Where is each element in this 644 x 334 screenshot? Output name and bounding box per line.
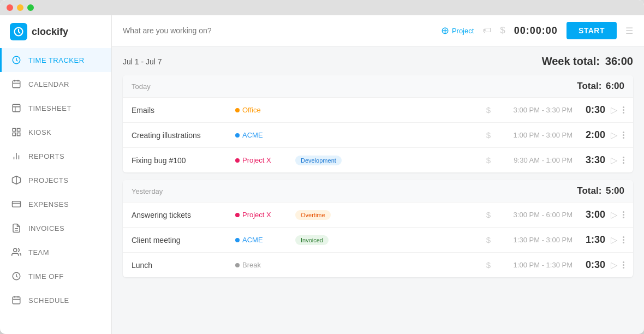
sidebar: clockify TIME TRACKER CALENDAR [0, 0, 112, 334]
nav-label-time-tracker: TIME TRACKER [28, 56, 85, 64]
project-label: Project [452, 27, 474, 35]
play-icon[interactable]: ▷ [611, 155, 617, 165]
table-row: Fixing bug #100 Project X Development $ … [123, 148, 633, 172]
entry-duration: 2:00 [578, 129, 605, 141]
sidebar-item-reports[interactable]: REPORTS [0, 144, 111, 168]
billing-icon[interactable]: $ [486, 210, 491, 219]
play-icon[interactable]: ▷ [611, 105, 617, 115]
project-dot [235, 213, 240, 217]
more-icon[interactable] [623, 106, 624, 114]
plus-circle-icon: ⊕ [441, 25, 449, 37]
entry-title: Fixing bug #100 [132, 156, 230, 165]
time-off-icon [11, 271, 22, 282]
week-total-area: Week total: 36:00 [539, 55, 633, 68]
entry-title: Client meeting [132, 236, 230, 244]
nav-label-kiosk: KIOSK [28, 128, 51, 136]
week-header: Jul 1 - Jul 7 Week total: 36:00 [123, 55, 633, 68]
project-dot [235, 263, 240, 267]
svg-rect-4 [13, 128, 15, 131]
nav-label-time-off: TIME OFF [28, 272, 64, 281]
close-button[interactable] [7, 4, 13, 11]
sidebar-item-expenses[interactable]: EXPENSES [0, 192, 111, 216]
nav-label-schedule: SCHEDULE [28, 296, 69, 305]
day-header-yesterday: Yesterday Total: 5:00 [123, 180, 633, 202]
play-icon[interactable]: ▷ [611, 260, 617, 270]
project-dot [235, 158, 240, 163]
logo-area: clockify [0, 15, 111, 48]
entry-time-range: 1:00 PM - 1:30 PM [496, 261, 573, 269]
billing-icon[interactable]: $ [486, 105, 491, 115]
list-icon[interactable]: ☰ [625, 26, 633, 36]
billing-icon[interactable]: $ [486, 130, 491, 140]
nav-label-invoices: INVOICES [28, 224, 64, 232]
play-icon[interactable]: ▷ [611, 130, 617, 140]
entry-duration: 0:30 [578, 259, 605, 271]
table-row: Client meeting ACME Invoiced $ 1:30 PM -… [123, 228, 633, 253]
sidebar-item-team[interactable]: TEAM [0, 240, 111, 264]
day-header-today: Today Total: 6:00 [123, 75, 633, 98]
search-input[interactable] [123, 26, 434, 35]
table-row: Answering tickets Project X Overtime $ 3… [123, 202, 633, 228]
billing-icon[interactable]: $ [486, 156, 491, 165]
minimize-button[interactable] [17, 4, 23, 11]
tag-icon[interactable]: 🏷 [482, 26, 491, 35]
more-icon[interactable] [623, 236, 624, 243]
more-icon[interactable] [623, 132, 624, 139]
day-label-yesterday: Yesterday [132, 187, 163, 195]
top-bar: ⊕ Project 🏷 $ 00:00:00 START ☰ [112, 15, 644, 46]
svg-rect-5 [17, 128, 20, 131]
entry-duration: 1:30 [578, 234, 605, 246]
svg-rect-3 [13, 104, 20, 112]
sidebar-item-time-tracker[interactable]: TIME TRACKER [0, 48, 111, 72]
entry-duration: 3:30 [578, 154, 605, 166]
entry-duration: 3:00 [578, 209, 605, 220]
entry-tag: Overtime [295, 210, 331, 220]
more-icon[interactable] [623, 261, 624, 269]
entry-project: ACME [235, 131, 290, 139]
entry-title: Emails [132, 106, 230, 115]
project-dot [235, 238, 240, 242]
calendar-icon [11, 79, 22, 90]
sidebar-item-invoices[interactable]: INVOICES [0, 216, 111, 240]
billing-icon[interactable]: $ [486, 235, 491, 244]
play-icon[interactable]: ▷ [611, 235, 617, 245]
day-section-today: Today Total: 6:00 Emails Office $ 3:00 [123, 75, 633, 172]
billing-icon[interactable]: $ [486, 260, 491, 270]
sidebar-item-calendar[interactable]: CALENDAR [0, 72, 111, 96]
entry-title: Lunch [132, 261, 230, 270]
sidebar-item-projects[interactable]: PROJECTS [0, 168, 111, 192]
entry-project: ACME [235, 236, 290, 244]
title-bar [0, 0, 644, 15]
sidebar-item-schedule[interactable]: SCHEDULE [0, 288, 111, 312]
entry-time-range: 9:30 AM - 1:00 PM [496, 156, 573, 164]
entry-project: Office [235, 106, 290, 114]
entry-project: Break [235, 261, 290, 269]
sidebar-item-time-off[interactable]: TIME OFF [0, 264, 111, 288]
project-dot [235, 108, 240, 112]
week-total-value: 36:00 [605, 55, 633, 67]
start-button[interactable]: START [567, 22, 617, 39]
maximize-button[interactable] [27, 4, 34, 11]
clock-icon [11, 55, 22, 65]
entry-title: Creating illustrations [132, 131, 230, 140]
play-icon[interactable]: ▷ [611, 210, 617, 220]
logo-icon [10, 23, 27, 40]
timesheet-icon [11, 103, 22, 114]
entry-project: Project X [235, 211, 290, 219]
nav-label-team: TEAM [28, 248, 49, 257]
day-section-yesterday: Yesterday Total: 5:00 Answering tickets … [123, 180, 633, 277]
sidebar-item-kiosk[interactable]: KIOSK [0, 120, 111, 144]
billing-icon[interactable]: $ [500, 25, 505, 36]
team-icon [11, 247, 22, 258]
sidebar-item-timesheet[interactable]: TIMESHEET [0, 96, 111, 120]
week-range: Jul 1 - Jul 7 [123, 57, 162, 66]
add-project-button[interactable]: ⊕ Project [441, 25, 474, 37]
nav-label-expenses: EXPENSES [28, 200, 69, 208]
schedule-icon [11, 295, 22, 306]
svg-point-11 [14, 248, 17, 252]
table-row: Creating illustrations ACME $ 1:00 PM - … [123, 123, 633, 148]
more-icon[interactable] [623, 211, 624, 218]
nav-label-calendar: CALENDAR [28, 80, 69, 88]
projects-icon [11, 175, 22, 186]
more-icon[interactable] [623, 157, 624, 164]
